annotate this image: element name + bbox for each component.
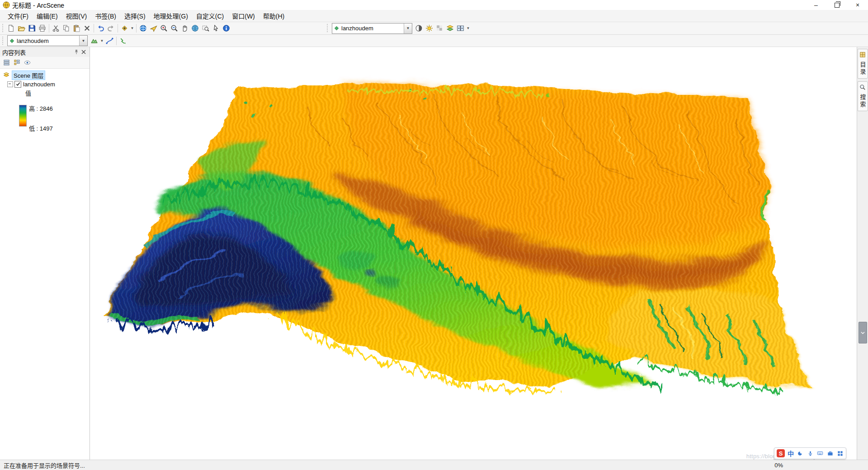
surface-tools-icon[interactable]	[89, 36, 99, 46]
identify-icon[interactable]	[221, 23, 231, 33]
menu-window[interactable]: 窗口(W)	[228, 10, 259, 22]
list-by-visibility-icon[interactable]	[23, 58, 32, 67]
catalog-tab[interactable]: 目录	[858, 49, 868, 79]
close-panel-icon[interactable]	[80, 48, 87, 56]
grid-icon[interactable]	[836, 450, 844, 457]
standard-toolbar: ▼ lanzhoudem ▼ ▼	[0, 22, 868, 35]
right-dock-strip: 目录 搜索	[857, 47, 868, 460]
steepest-path-icon[interactable]	[118, 36, 128, 46]
keyboard-icon[interactable]	[816, 450, 824, 457]
window-title: 无标题 - ArcScene	[12, 0, 64, 9]
transparency-icon[interactable]	[434, 23, 445, 33]
scene-layers-row[interactable]: Scene 图层	[2, 70, 90, 80]
sogou-logo-icon[interactable]: S	[777, 449, 785, 457]
toolbar-grip[interactable]	[2, 37, 4, 45]
swipe-layer-icon[interactable]	[455, 23, 466, 33]
contrast-icon[interactable]	[414, 23, 424, 33]
analyst-toolbar: lanzhoudem ▼ ▼	[0, 35, 868, 47]
layer-name[interactable]: lanzhoudem	[23, 81, 55, 88]
menu-edit[interactable]: 编辑(E)	[33, 10, 62, 22]
toolbox-icon[interactable]	[826, 450, 834, 457]
status-message: 正在准备用于显示的场景符号...	[4, 461, 85, 470]
toolbar-grip[interactable]	[326, 24, 329, 33]
scene-layers-icon	[3, 71, 10, 79]
zoom-in-icon[interactable]	[159, 23, 169, 33]
fixed-zoom-icon[interactable]	[200, 23, 211, 33]
new-document-icon[interactable]	[6, 23, 16, 33]
brightness-icon[interactable]	[424, 23, 434, 33]
select-features-icon[interactable]	[211, 23, 221, 33]
undo-icon[interactable]	[95, 23, 106, 33]
menu-bookmarks[interactable]: 书签(B)	[91, 10, 120, 22]
main-area: 内容列表 Scene 图层 lanzhoudem	[0, 47, 868, 460]
pin-icon[interactable]	[73, 48, 80, 56]
layer-legend: 高 : 2846 低 : 1497	[19, 99, 90, 134]
menu-customize[interactable]: 自定义(C)	[192, 10, 228, 22]
menu-geoprocessing[interactable]: 地理处理(G)	[150, 10, 192, 22]
legend-high-label: 高 : 2846	[29, 104, 53, 113]
effects-layer-combo-value: lanzhoudem	[341, 25, 404, 32]
list-by-source-icon[interactable]	[12, 58, 21, 67]
ime-language-toggle[interactable]: 中	[788, 449, 794, 458]
moon-icon[interactable]	[797, 450, 804, 457]
zoom-out-icon[interactable]	[169, 23, 179, 33]
toolbar-separator	[49, 24, 49, 33]
menu-file[interactable]: 文件(F)	[4, 10, 33, 22]
combo-dropdown-button[interactable]: ▼	[79, 36, 87, 46]
combo-dropdown-button[interactable]: ▼	[404, 24, 412, 33]
toolbar-separator	[116, 37, 117, 45]
menu-selection[interactable]: 选择(S)	[120, 10, 150, 22]
layer-visibility-checkbox[interactable]	[14, 81, 21, 88]
menu-help[interactable]: 帮助(H)	[259, 10, 288, 22]
toolbar-separator	[136, 24, 137, 33]
legend-value-label: 值	[25, 89, 90, 97]
restore-button[interactable]	[826, 0, 847, 10]
save-icon[interactable]	[27, 23, 37, 33]
catalog-tab-label: 目录	[859, 61, 867, 76]
list-by-drawing-order-icon[interactable]	[2, 58, 11, 67]
progress-percent: 0%	[774, 462, 783, 469]
search-tab-label: 搜索	[859, 94, 867, 108]
search-tab[interactable]: 搜索	[858, 81, 868, 111]
collapse-expander-icon[interactable]	[7, 81, 13, 87]
print-icon[interactable]	[37, 23, 47, 33]
layer-effects-icon[interactable]	[445, 23, 455, 33]
paste-icon[interactable]	[71, 23, 82, 33]
effects-dropdown-icon[interactable]: ▼	[466, 26, 471, 30]
catalog-icon	[859, 52, 866, 60]
toc-header: 内容列表	[0, 47, 90, 57]
scene-3d-viewport[interactable]: https://blog.csdn.net/lucky51222	[90, 47, 857, 460]
copy-icon[interactable]	[61, 23, 71, 33]
toc-layer-combo-value: lanzhoudem	[17, 38, 79, 44]
interpolate-line-icon[interactable]	[104, 36, 115, 46]
minimize-button[interactable]: –	[806, 0, 826, 10]
legend-low-label: 低 : 1497	[29, 124, 53, 132]
surface-tools-dropdown-icon[interactable]: ▼	[99, 39, 104, 43]
effects-layer-combo[interactable]: lanzhoudem ▼	[332, 23, 412, 34]
elevation-color-ramp	[19, 105, 27, 127]
toolbar-grip[interactable]	[2, 24, 4, 33]
fly-tool-icon[interactable]	[148, 23, 159, 33]
restore-icon	[835, 3, 840, 8]
navigate-orbit-icon[interactable]	[138, 23, 148, 33]
open-folder-icon[interactable]	[16, 23, 27, 33]
toc-toolbar	[0, 57, 90, 69]
close-button[interactable]: ×	[847, 0, 868, 10]
scene-layers-label[interactable]: Scene 图层	[12, 70, 45, 80]
mic-icon[interactable]	[807, 450, 814, 457]
docked-tab-collapsed[interactable]	[859, 322, 867, 343]
menu-view[interactable]: 视图(V)	[62, 10, 91, 22]
pan-hand-icon[interactable]	[179, 23, 190, 33]
add-data-icon[interactable]	[119, 23, 130, 33]
toc-layer-combo[interactable]: lanzhoudem ▼	[7, 35, 88, 46]
add-data-dropdown-icon[interactable]: ▼	[130, 26, 135, 30]
cut-icon[interactable]	[51, 23, 61, 33]
full-extent-globe-icon[interactable]	[190, 23, 200, 33]
delete-icon[interactable]	[82, 23, 92, 33]
toolbar-separator	[94, 24, 94, 33]
layer-row[interactable]: lanzhoudem	[6, 80, 90, 89]
terrain-3d-render[interactable]	[90, 47, 857, 460]
ime-toolbar: S 中	[774, 447, 846, 459]
toc-title: 内容列表	[2, 48, 26, 56]
redo-icon[interactable]	[106, 23, 116, 33]
